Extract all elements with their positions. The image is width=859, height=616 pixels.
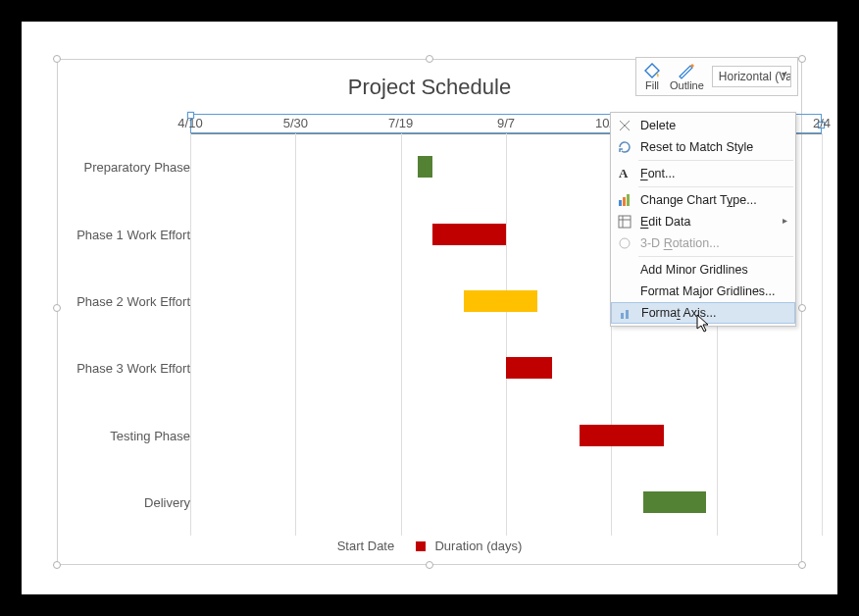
ctx-reset[interactable]: Reset to Match Style [611,136,795,158]
separator [638,256,793,257]
resize-handle[interactable] [798,55,806,63]
resize-handle[interactable] [53,55,61,63]
ctx-format-major-gridlines[interactable]: Format Major Gridlines... [611,281,795,302]
x-tick-label: 9/7 [497,116,515,130]
ctx-label: Add Minor Gridlines [640,263,748,277]
ctx-label: Format Axis... [641,306,716,320]
separator [638,160,793,161]
y-category-label: Delivery [144,494,190,509]
paint-bucket-icon [642,62,662,79]
x-tick-label: 4/10 [177,116,202,130]
bar[interactable] [506,357,552,379]
axis-icon [618,306,633,322]
bar[interactable] [580,425,664,446]
ctx-label: Edit Data [640,215,690,229]
y-category-label: Phase 3 Work Effort [76,361,190,376]
gridline [822,133,823,536]
edit-data-icon [617,214,632,230]
ctx-3d-rotation: 3-D Rotation... [611,232,795,254]
ctx-delete[interactable]: Delete [611,115,795,136]
legend-swatch [416,541,426,551]
bar[interactable] [418,156,432,178]
reset-icon [617,139,632,155]
bar[interactable] [643,491,706,513]
ctx-label: Reset to Match Style [640,140,753,154]
svg-point-8 [620,238,630,248]
ctx-format-axis[interactable]: Format Axis... [611,302,795,324]
ctx-edit-data[interactable]: Edit Data ▸ [611,211,795,232]
outline-label: Outline [670,79,704,91]
x-tick-label: 7/19 [388,116,413,130]
ctx-change-chart-type[interactable]: Change Chart Type... [611,189,795,211]
y-category-label: Testing Phase [110,428,190,442]
legend[interactable]: Start Date Duration (days) [22,539,837,553]
y-category-label: Preparatory Phase [84,160,190,175]
svg-rect-5 [619,216,631,228]
fill-button[interactable]: Fill [642,62,662,91]
y-category-label: Phase 2 Work Effort [76,293,190,308]
outline-button[interactable]: Outline [670,62,704,91]
pencil-icon [677,62,696,79]
y-category-label: Phase 1 Work Effort [76,227,190,241]
ctx-label: Delete [640,119,676,132]
separator [638,186,793,187]
resize-handle[interactable] [53,561,61,569]
svg-rect-3 [623,197,626,206]
ctx-label: Font... [640,167,675,180]
delete-icon [617,118,632,133]
ctx-add-minor-gridlines[interactable]: Add Minor Gridlines [611,259,795,281]
chart-type-icon [617,192,632,208]
ctx-label: 3-D Rotation... [640,236,720,250]
svg-rect-4 [627,194,630,206]
chart-element-selector[interactable]: Horizontal (Val [712,66,791,87]
ctx-font[interactable]: A Font... [611,163,795,184]
mini-toolbar[interactable]: Fill Outline Horizontal (Val [635,57,798,96]
svg-rect-9 [621,313,624,319]
submenu-arrow-icon: ▸ [783,215,787,226]
svg-rect-2 [619,200,622,206]
legend-entry[interactable]: Start Date [337,539,395,553]
rotation-icon [617,235,632,251]
resize-handle[interactable] [426,561,433,569]
font-icon: A [619,166,634,181]
resize-handle[interactable] [798,561,806,569]
ctx-label: Format Major Gridlines... [640,284,776,298]
selector-text: Horizontal (Val [719,70,791,83]
fill-label: Fill [645,79,659,91]
y-axis-labels[interactable]: Preparatory PhasePhase 1 Work EffortPhas… [57,133,194,536]
context-menu[interactable]: Delete Reset to Match Style A Font... Ch… [610,112,796,327]
chart-area[interactable]: Project Schedule Preparatory PhasePhase … [20,20,839,596]
svg-rect-10 [626,310,629,319]
x-tick-label: 5/30 [283,116,308,130]
bar[interactable] [464,290,537,312]
bar[interactable] [432,224,506,245]
resize-handle[interactable] [426,55,433,63]
x-tick-label: 2/4 [813,116,831,130]
legend-entry[interactable]: Duration (days) [434,539,522,553]
ctx-label: Change Chart Type... [640,193,757,207]
